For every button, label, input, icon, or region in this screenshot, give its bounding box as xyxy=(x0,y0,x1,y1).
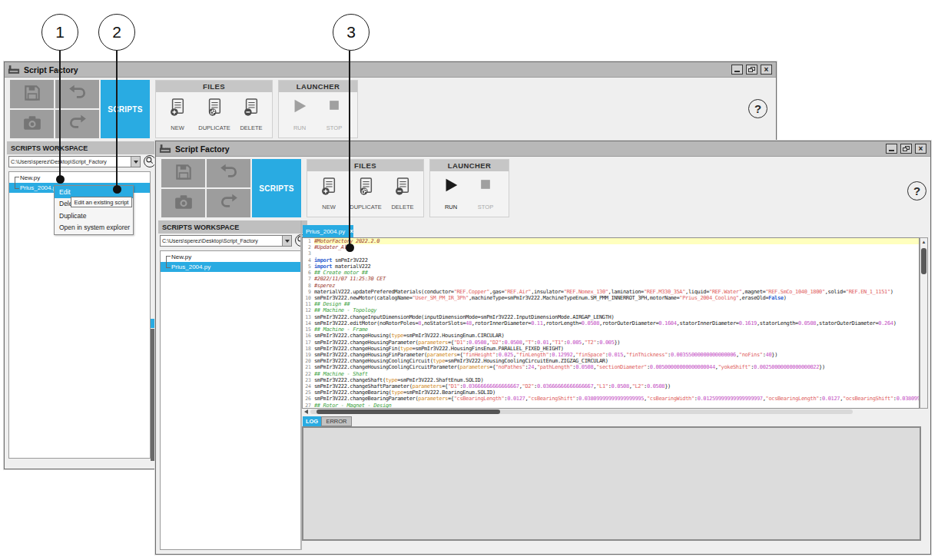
edit-tooltip: Edit an existing script xyxy=(71,197,132,207)
code-line[interactable]: 19smPmIr3V222.changeHousingFinParameter(… xyxy=(303,352,919,358)
script-factory-window-front: Script Factory × SCRIPTS FILES NEW DUPLI… xyxy=(155,141,931,555)
tab-error[interactable]: ERROR xyxy=(321,416,352,426)
save-button[interactable] xyxy=(161,159,205,187)
code-line[interactable]: 8#sperez xyxy=(303,283,919,289)
code-line[interactable]: 16smPmIr3V222.changeHousing(type=smPmIr3… xyxy=(303,333,919,339)
workspace-path-combobox[interactable]: C:\Users\sperez\Desktop\Script_Factory xyxy=(8,156,141,167)
code-line[interactable]: 7#2022/11/07 11:25:30 CET xyxy=(303,276,919,282)
code-line[interactable]: 24smPmIr3V222.changeShaftParameter(param… xyxy=(303,383,919,389)
code-line[interactable]: 20smPmIr3V222.changeHousingCoolingCircui… xyxy=(303,358,919,364)
menu-item-open-explorer[interactable]: Open in system explorer xyxy=(55,222,133,234)
new-script-button[interactable]: NEW xyxy=(311,175,346,214)
redo-button[interactable] xyxy=(207,189,250,217)
code-line[interactable]: 18smPmIr3V222.changeHousingFin(type=smPm… xyxy=(303,346,919,352)
scroll-left-arrow-icon[interactable] xyxy=(304,409,308,414)
code-line[interactable]: 10smPmIr3V222.newMotor(catalogName="User… xyxy=(303,295,919,301)
restore-button[interactable] xyxy=(900,144,912,154)
code-editor[interactable]: 1#MotorFactory 2022.2.02#Updater_All34im… xyxy=(302,237,920,409)
callout-line-3 xyxy=(349,51,350,247)
code-line[interactable]: 21smPmIr3V222.changeHousingCoolingCircui… xyxy=(303,364,919,370)
save-icon xyxy=(174,162,194,185)
screenshot-button[interactable] xyxy=(161,189,205,217)
minimize-button[interactable] xyxy=(731,65,743,75)
titlebar[interactable]: Script Factory × xyxy=(5,62,776,78)
line-number: 13 xyxy=(303,314,311,320)
minimize-button[interactable] xyxy=(886,144,897,154)
undo-button[interactable] xyxy=(207,159,250,187)
code-line[interactable]: 4import smPmIr3V222 xyxy=(303,257,919,263)
line-number: 17 xyxy=(303,340,311,346)
run-label: RUN xyxy=(293,124,306,131)
code-line[interactable]: 15## Machine - Frame xyxy=(303,326,919,333)
line-number: 11 xyxy=(303,301,311,307)
stop-label: STOP xyxy=(326,124,342,131)
code-line[interactable]: 5import materialV222 xyxy=(303,263,919,270)
code-line[interactable]: 12## Machine - Topology xyxy=(303,307,919,313)
code-line[interactable]: 22## Machine - Shaft xyxy=(303,371,919,377)
undo-button[interactable] xyxy=(55,80,99,108)
code-line[interactable]: 9materialV222.updatePreferedMaterials(co… xyxy=(303,289,919,295)
tab-close-icon[interactable]: x xyxy=(350,228,353,234)
window-title: Script Factory xyxy=(24,65,78,75)
file-item-new[interactable]: New.py xyxy=(9,173,150,183)
code-lines: 1#MotorFactory 2022.2.02#Updater_All34im… xyxy=(303,238,919,409)
path-dropdown-button[interactable] xyxy=(282,236,291,246)
factory-icon xyxy=(8,65,20,75)
file-item-new[interactable]: New.py xyxy=(161,252,301,262)
code-line[interactable]: 2#Updater_All xyxy=(303,244,919,250)
path-dropdown-button[interactable] xyxy=(131,157,140,167)
horizontal-scrollbar-thumb[interactable] xyxy=(317,409,500,414)
log-output-panel xyxy=(302,426,921,541)
new-label: NEW xyxy=(322,204,336,210)
file-item-prius-selected[interactable]: Prius_2004.py xyxy=(161,262,301,272)
vertical-scrollbar[interactable]: ▲ xyxy=(920,237,928,409)
run-button[interactable]: RUN xyxy=(436,175,466,214)
code-line[interactable]: 23smPmIr3V222.changeShaft(type=smPmIr3V2… xyxy=(303,377,919,383)
scripts-label: SCRIPTS xyxy=(259,184,293,193)
help-button[interactable]: ? xyxy=(907,181,926,200)
code-line[interactable]: 11## Design ## xyxy=(303,301,919,307)
new-script-button[interactable]: NEW xyxy=(160,96,195,134)
code-line[interactable]: 13smPmIr3V222.changeInputDimensionMode(i… xyxy=(303,314,919,320)
duplicate-script-button[interactable]: DUPLICATE xyxy=(348,175,383,214)
code-line[interactable]: 6## Create motor ## xyxy=(303,270,919,276)
callout-dot-2 xyxy=(113,185,121,194)
restore-button[interactable] xyxy=(746,65,757,75)
tab-log[interactable]: LOG xyxy=(303,416,321,426)
workspace-path-value: C:\Users\sperez\Desktop\Script_Factory xyxy=(9,159,131,164)
scripts-tab-button[interactable]: SCRIPTS xyxy=(252,159,301,217)
new-file-icon xyxy=(320,177,337,199)
delete-script-button[interactable]: DELETE xyxy=(234,96,269,134)
launcher-group: LAUNCHER RUN STOP xyxy=(278,80,358,138)
help-button[interactable]: ? xyxy=(748,99,767,118)
code-line[interactable]: 3 xyxy=(303,250,919,257)
save-icon xyxy=(22,83,42,106)
close-button[interactable]: × xyxy=(915,144,926,154)
delete-script-button[interactable]: DELETE xyxy=(385,175,420,214)
scroll-up-arrow-icon[interactable]: ▲ xyxy=(920,238,927,246)
titlebar[interactable]: Script Factory × xyxy=(156,141,930,157)
workspace-path-combobox[interactable]: C:\Users\sperez\Desktop\Script_Factory xyxy=(160,235,292,247)
code-line[interactable]: 26smPmIr3V222.changeBearingParameter(par… xyxy=(303,396,919,402)
browse-folder-button[interactable] xyxy=(144,155,156,167)
code-line[interactable]: 27## Rotor - Magnet - Design xyxy=(303,403,919,409)
delete-file-icon xyxy=(394,177,411,199)
duplicate-script-button[interactable]: DUPLICATE xyxy=(197,96,232,134)
scripts-tab-button[interactable]: SCRIPTS xyxy=(101,80,150,138)
vertical-scrollbar-thumb[interactable] xyxy=(921,248,926,274)
editor-tab-prius[interactable]: Prius_2004.py x xyxy=(303,225,353,237)
new-file-icon xyxy=(169,98,186,120)
close-button[interactable]: × xyxy=(761,65,772,75)
screenshot-button[interactable] xyxy=(10,110,54,138)
code-line[interactable]: 25smPmIr3V222.changeBearing(type=smPmIr3… xyxy=(303,389,919,396)
horizontal-scrollbar[interactable] xyxy=(310,409,853,414)
code-line[interactable]: 17smPmIr3V222.changeHousingParameter(par… xyxy=(303,340,919,346)
code-line[interactable]: 14smPmIr3V222.editMotor(noRotorPoles=8,n… xyxy=(303,320,919,326)
menu-item-duplicate[interactable]: Duplicate xyxy=(55,210,133,223)
redo-button[interactable] xyxy=(55,110,99,138)
save-button[interactable] xyxy=(10,80,54,108)
files-group: FILES NEW DUPLICATE DELETE xyxy=(307,159,424,217)
factory-icon xyxy=(159,144,171,154)
code-line[interactable]: 1#MotorFactory 2022.2.0 xyxy=(303,238,919,244)
line-number: 5 xyxy=(303,263,311,270)
